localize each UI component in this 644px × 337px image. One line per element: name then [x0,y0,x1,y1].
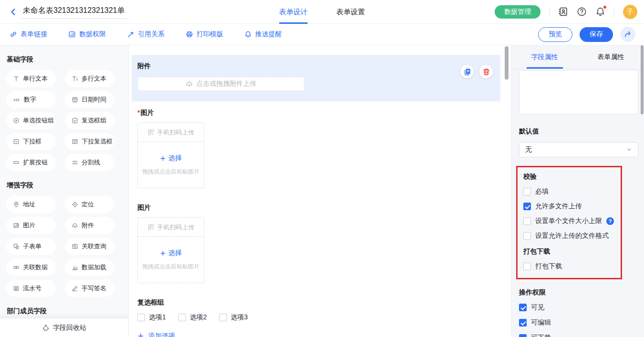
image-field[interactable]: 图片 手机扫码上传 选择 拖拽或点击后粘贴图片 [137,204,500,283]
checkbox-box[interactable] [523,188,531,195]
select-image-button[interactable]: 选择 [160,249,182,257]
checkbox-box[interactable] [519,304,527,311]
field-item-select[interactable]: 下拉框 [6,133,56,150]
duplicate-field-button[interactable] [460,65,474,78]
field-label: 附件 [137,62,493,71]
field-item-linked-data[interactable]: 关联数据 [6,259,56,276]
form-title[interactable]: 未命名表321321312321321单 [23,6,125,14]
data-manage-button[interactable]: 数据管理 [495,5,540,19]
attachment-upload-dropzone[interactable]: 点击或拖拽附件上传 [137,77,304,91]
share-button[interactable] [620,27,635,42]
image-select-dropzone[interactable]: 选择 拖拽或点击后粘贴图片 [138,237,204,283]
downloadable-checkbox[interactable]: 可下载 [519,334,638,337]
field-item-multi-text[interactable]: 多行文本 [65,70,114,87]
checkbox-box[interactable] [523,232,531,240]
preview-button[interactable]: 预览 [538,27,572,42]
divider-lines-icon [72,159,78,166]
option-1[interactable]: 选项1 [137,313,166,322]
notification-bell-icon[interactable] [595,7,605,17]
plus-icon [160,155,166,162]
add-option-button[interactable]: 添加选项 [137,332,500,337]
delete-field-button[interactable] [479,65,493,78]
field-label: 图片 [137,204,500,212]
panel-scrollbar[interactable] [641,45,644,114]
file-format-checkbox[interactable]: 设置允许上传的文件格式 [523,232,616,240]
field-item-radio-group[interactable]: 单选按钮组 [6,112,56,129]
field-item-extend-button[interactable]: 扩展按钮 [6,154,56,171]
save-button[interactable]: 保存 [580,27,613,42]
field-item-address[interactable]: 地址 [6,196,56,213]
package-download-checkbox[interactable]: 打包下载 [523,262,616,271]
checkbox-box[interactable] [519,319,527,327]
field-item-number[interactable]: 123数字 [6,91,56,108]
tab-form-design[interactable]: 表单设计 [279,0,308,24]
image-select-dropzone[interactable]: 选择 拖拽或点击后粘贴图片 [138,142,204,188]
main-tabs: 表单设计 表单设置 [279,0,365,24]
form-link-tool[interactable]: 表单链接 [10,30,47,39]
form-toolbar: 表单链接 数据权限 引用关系 打印模版 推送提醒 预览 保存 [0,24,644,45]
field-item-data-load[interactable]: 数据加载 [65,259,114,276]
field-item-multi-select[interactable]: 下拉复选框 [65,133,114,150]
field-item-lookup[interactable]: 关联查询 [65,238,114,255]
checkbox-box[interactable] [519,334,527,337]
copy-icon [463,68,471,76]
field-description-textarea[interactable] [519,70,638,114]
back-button[interactable] [8,6,19,18]
checkbox-box[interactable] [219,314,227,321]
tab-form-settings[interactable]: 表单设置 [336,0,365,24]
field-palette-sidebar: 基础字段 单行文本 多行文本 123数字 日期时间 单选按钮组 复选框组 下拉框… [0,45,129,337]
share-arrow-icon [624,31,632,38]
help-icon[interactable] [577,7,587,17]
multi-file-upload-checkbox[interactable]: 允许多文件上传 [523,202,616,211]
help-circle-icon[interactable]: ? [606,217,614,225]
field-item-single-text[interactable]: 单行文本 [6,70,56,87]
form-title-wrap[interactable]: 未命名表321321312321321单 [22,5,126,19]
checkbox-box[interactable] [178,314,186,321]
field-item-checkbox-group[interactable]: 复选框组 [65,112,114,129]
data-permission-tool[interactable]: 数据权限 [68,30,106,39]
field-item-subform[interactable]: 子表单 [6,238,56,255]
field-item-serial-number[interactable]: 流水号 [6,280,56,297]
nav-right-group: 数据管理 子 [495,5,637,19]
field-item-image[interactable]: 图片 [6,217,56,234]
contacts-icon[interactable] [558,7,568,17]
section-title-enhanced-fields: 增强字段 [7,181,128,190]
checkbox-box[interactable] [523,263,531,270]
default-value-select[interactable]: 无 [519,142,638,157]
field-item-signature[interactable]: 手写签名 [65,280,114,297]
scan-upload-button[interactable]: 手机扫码上传 [138,123,204,142]
tab-form-properties[interactable]: 表单属性 [578,45,644,69]
option-2[interactable]: 选项2 [178,313,207,322]
push-reminder-tool[interactable]: 推送提醒 [244,30,282,39]
checkbox-group-field[interactable]: 复选框组 选项1 选项2 选项3 添加选项 [137,298,500,337]
avatar[interactable]: 子 [623,5,637,19]
field-item-divider[interactable]: 分割线 [65,154,114,171]
field-recycle-bin[interactable]: 字段回收站 [0,318,128,337]
canvas-scrollbar[interactable] [505,46,509,80]
checkbox-options: 选项1 选项2 选项3 [137,313,500,322]
option-3[interactable]: 选项3 [219,313,248,322]
reference-relation-tool[interactable]: 引用关系 [127,30,165,39]
crosshair-icon [72,201,78,208]
field-item-datetime[interactable]: 日期时间 [65,91,114,108]
scan-upload-button[interactable]: 手机扫码上传 [138,218,204,237]
cloud-upload-icon [72,222,78,229]
select-image-button[interactable]: 选择 [160,154,182,163]
editable-checkbox[interactable]: 可编辑 [519,318,638,327]
checkbox-box[interactable] [523,217,531,225]
select-icon [13,138,20,145]
field-item-location[interactable]: 定位 [65,196,114,213]
required-checkbox[interactable]: 必填 [523,187,616,196]
divider [549,8,550,16]
checkbox-box[interactable] [523,203,531,210]
tab-field-properties[interactable]: 字段属性 [511,45,578,69]
print-template-tool[interactable]: 打印模版 [186,30,223,39]
attachment-field-selected[interactable]: 附件 点击或拖拽附件上传 [132,55,500,102]
image-field-required[interactable]: *图片 手机扫码上传 选择 拖拽或点击后粘贴图片 [137,109,500,188]
checkbox-box[interactable] [137,314,145,321]
field-item-attachment[interactable]: 附件 [65,217,114,234]
file-size-limit-checkbox[interactable]: 设置单个文件大小上限? [523,217,616,225]
basic-fields-grid: 单行文本 多行文本 123数字 日期时间 单选按钮组 复选框组 下拉框 下拉复选… [0,70,128,171]
visible-checkbox[interactable]: 可见 [519,303,638,312]
relation-arrow-icon [127,31,135,38]
